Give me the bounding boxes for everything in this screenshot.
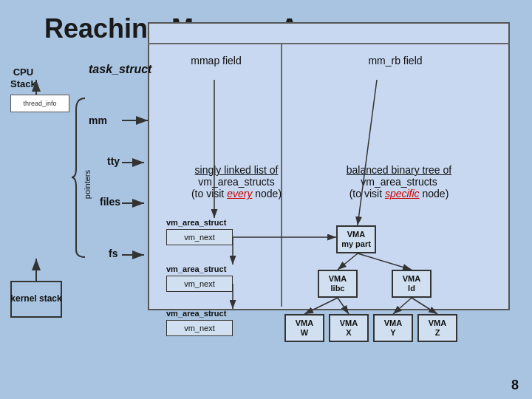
cpu-stack-label: CPUStack bbox=[10, 66, 36, 89]
vma-x-box: VMAX bbox=[329, 314, 369, 342]
kernel-stack-box: kernel stack bbox=[10, 281, 62, 318]
vma-w-box: VMAW bbox=[284, 314, 324, 342]
mmap-field-label: mmap field bbox=[151, 55, 281, 66]
mmrb-field-label: mm_rb field bbox=[284, 55, 506, 66]
vm-next-3-box: vm_next bbox=[166, 320, 233, 336]
vma-ld-box: VMAld bbox=[392, 270, 432, 298]
vma-mypart-box: VMAmy part bbox=[336, 225, 376, 253]
vm-next-2-box: vm_next bbox=[166, 276, 233, 292]
vm-area-struct-1-label: vm_area_struct bbox=[166, 218, 226, 227]
vma-libc-box: VMAlibc bbox=[318, 270, 358, 298]
pointers-label: pointers bbox=[83, 170, 92, 199]
balanced-binary-text: balanced binary tree of vm_area_structs … bbox=[325, 164, 473, 200]
singly-linked-text: singly linked list of vm_area_structs (t… bbox=[166, 164, 307, 200]
vma-y-box: VMAY bbox=[373, 314, 413, 342]
tty-label: tty bbox=[107, 155, 120, 167]
h-divider bbox=[148, 43, 510, 44]
vm-area-struct-2-label: vm_area_struct bbox=[166, 265, 226, 273]
page-number: 8 bbox=[511, 378, 519, 393]
fs-label: fs bbox=[109, 248, 117, 259]
task-struct-label: task_struct bbox=[89, 63, 151, 76]
vma-z-box: VMAZ bbox=[417, 314, 457, 342]
vm-area-struct-3-label: vm_area_struct bbox=[166, 309, 226, 318]
vm-next-1-box: vm_next bbox=[166, 229, 233, 245]
thread-info-box: thread_info bbox=[10, 95, 69, 112]
files-label: files bbox=[100, 196, 120, 208]
mm-label: mm bbox=[89, 115, 107, 126]
